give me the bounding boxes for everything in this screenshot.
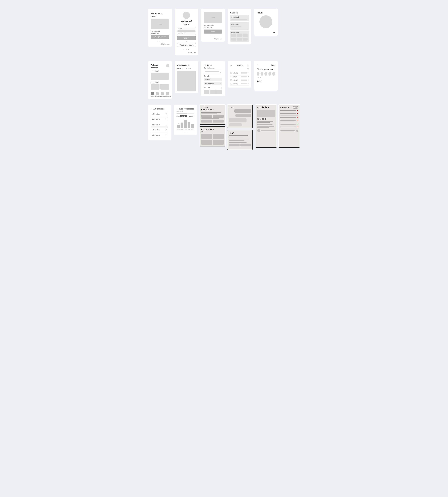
cell5: [237, 38, 242, 41]
sk-g1: [201, 134, 212, 139]
fi-check1[interactable]: ✓: [297, 123, 298, 125]
create-account-button[interactable]: Create an account: [177, 43, 196, 47]
journal-record[interactable]: Journal ›: [204, 78, 222, 81]
sk-cell2: [213, 115, 224, 118]
sk-row2: [201, 120, 224, 122]
filters-reset[interactable]: Reset: [293, 106, 298, 108]
results-arrow[interactable]: →: [257, 31, 275, 34]
welcome-message-text: Welcome message: [151, 64, 166, 68]
sk-cell4: [213, 120, 224, 122]
fi-x2[interactable]: ✕: [297, 113, 298, 115]
assess-prompt: Prompt to take assessment: [204, 25, 222, 28]
filter-item-2: ✕: [280, 113, 298, 115]
heading1a: Heading 1: [151, 70, 169, 72]
resources-icon: [156, 92, 159, 95]
filter-item-5: ✓: [280, 123, 298, 125]
affirmations-back[interactable]: ←: [151, 108, 153, 110]
assess-dots: • • •: [204, 35, 222, 37]
start-button[interactable]: Start: [204, 30, 222, 34]
tab-week[interactable]: week: [188, 115, 194, 117]
affirm-row-2[interactable]: Affirmation ∨: [151, 117, 169, 121]
affirm-label-4: Affirmation: [152, 129, 160, 131]
dot4: [237, 26, 239, 27]
tab-month[interactable]: month: [180, 115, 187, 117]
affirm-row-4[interactable]: Affirmation ∨: [151, 128, 169, 132]
nav-home[interactable]: Home: [151, 92, 154, 97]
nav-home-label: Home: [151, 95, 154, 97]
entry-arrow-2: ›: [248, 76, 249, 78]
sketch-resources-grid: Resources 19: [200, 126, 225, 146]
progress-back[interactable]: ←: [176, 108, 178, 110]
events-icon: [161, 92, 164, 95]
sketch-faqs: FAQs: [227, 130, 253, 150]
nav-events-label: Events: [160, 95, 164, 97]
lets-get-started-button[interactable]: Let's get started: [151, 35, 169, 39]
dot1: [231, 26, 233, 27]
edit-button[interactable]: Edit: [220, 87, 222, 89]
welcome-dots: • • •: [151, 40, 169, 42]
journal-entry-4[interactable]: 10/10/22 ›: [230, 82, 249, 86]
nav-resources[interactable]: Resources: [154, 92, 160, 97]
nav-community-label: Community: [164, 95, 171, 97]
affirm-row-5[interactable]: Affirmation ∨: [151, 133, 169, 137]
fi-x3[interactable]: ✕: [297, 116, 298, 118]
affirm-row-3[interactable]: Affirmation ∨: [151, 122, 169, 127]
tab-current[interactable]: Current: [177, 67, 183, 69]
email-input[interactable]: [177, 27, 196, 31]
filter-item-3: ✕: [280, 116, 298, 118]
nav-events[interactable]: Events: [160, 92, 164, 97]
row-onboarding: Welcome, Lauren! image Prompt to take as…: [148, 9, 300, 55]
face4[interactable]: [269, 72, 271, 76]
journal-entry-1[interactable]: 10/10/22 ›: [230, 71, 249, 75]
affirmations-title: Affirmations: [154, 108, 164, 110]
tab-take[interactable]: Take: [188, 67, 191, 69]
affirm-chevron-3: ∨: [165, 123, 167, 125]
tab-past[interactable]: Past: [184, 67, 187, 69]
password-input[interactable]: [177, 31, 196, 35]
face3[interactable]: [264, 72, 267, 76]
journal-back[interactable]: ←: [230, 64, 232, 67]
week-2: week: [180, 129, 183, 130]
sk-line3: [201, 118, 219, 119]
affirmation-bar: [205, 71, 219, 72]
affirm-row-1[interactable]: Affirmation ∨: [151, 112, 169, 116]
art-icon-row: [257, 129, 275, 132]
affirm-chevron-4: ∨: [165, 129, 167, 131]
journal-entry-3[interactable]: 10/10/22 ›: [230, 78, 249, 82]
notes-area[interactable]: |: [257, 83, 275, 89]
journal-entry-2[interactable]: 10/10/2 ›: [230, 75, 249, 78]
q2-label: Question 2: [231, 23, 248, 25]
week-4: week: [188, 129, 190, 130]
signin-skip[interactable]: Skip for now: [177, 51, 196, 53]
affirm-label-1: Affirmation: [152, 113, 160, 115]
assess-skip[interactable]: Skip for now: [204, 38, 222, 40]
journal-add[interactable]: +: [247, 64, 249, 67]
sk-g4: [213, 139, 224, 145]
face1[interactable]: [257, 72, 259, 76]
fi-x1[interactable]: ✕: [297, 110, 298, 112]
cell4: [231, 38, 236, 41]
mood-back[interactable]: ←: [257, 64, 259, 66]
mood-save[interactable]: Save: [271, 64, 275, 66]
card-welcome: Welcome, Lauren! image Prompt to take as…: [148, 9, 172, 47]
journal-filter-icon: ▽: [247, 68, 249, 70]
home-greeting: Hi, Name: [204, 64, 212, 66]
prog-bar-2: [180, 122, 183, 128]
nav-community[interactable]: Community: [164, 92, 171, 97]
assessments-record-label: Assessments: [205, 83, 214, 85]
faq-btns: [229, 144, 251, 146]
mood-question: What is your mood?: [257, 68, 275, 70]
q1-label: Question 1: [231, 16, 248, 18]
sketch-count: 19: [201, 131, 224, 133]
face2[interactable]: [261, 72, 263, 76]
welcome-image-label: image: [158, 23, 162, 25]
sketch-col-right: ← Bot FAQs: [227, 105, 253, 150]
fi-x5[interactable]: ✕: [297, 126, 298, 128]
assessments-arrow: ›: [220, 83, 221, 85]
fi-x4[interactable]: ✕: [297, 119, 298, 121]
face5[interactable]: [272, 72, 275, 76]
welcome-skip[interactable]: Skip for now: [151, 43, 169, 45]
sketch-resources-title: Resources: [201, 108, 224, 111]
signin-button[interactable]: Sign in: [177, 36, 196, 40]
assessments-record[interactable]: Assessments ›: [204, 82, 222, 86]
